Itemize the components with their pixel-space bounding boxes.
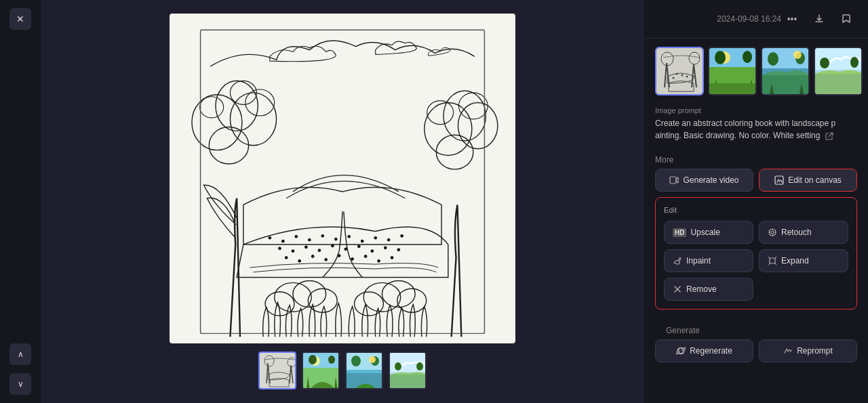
svg-point-16 [295, 235, 298, 238]
svg-point-35 [285, 256, 288, 259]
coloring-book-image [170, 14, 515, 343]
generate-row: Regenerate Reprompt [655, 339, 857, 362]
svg-point-59 [309, 355, 317, 364]
svg-point-82 [715, 51, 726, 64]
svg-point-27 [304, 246, 307, 249]
svg-point-20 [348, 235, 351, 238]
video-icon [669, 175, 679, 185]
svg-point-94 [820, 58, 829, 68]
svg-point-95 [850, 57, 859, 68]
svg-point-90 [793, 51, 802, 59]
svg-point-19 [334, 238, 337, 240]
remove-label: Remove [686, 284, 717, 294]
next-button[interactable]: ∨ [9, 373, 31, 395]
svg-point-83 [743, 51, 752, 63]
download-button[interactable] [808, 8, 830, 30]
svg-rect-84 [709, 83, 757, 96]
remove-icon [673, 284, 682, 294]
retouch-label: Retouch [781, 228, 812, 237]
svg-point-14 [269, 236, 271, 239]
prompt-text: Create an abstract coloring book with la… [655, 117, 857, 142]
edit-section-label: Edit [664, 206, 848, 214]
inpaint-button[interactable]: Inpaint [664, 249, 753, 272]
svg-point-88 [768, 52, 778, 66]
timestamp-label: 2024-09-08 16:24 [655, 14, 781, 24]
panel-thumb-3[interactable] [761, 47, 810, 96]
inpaint-icon [673, 256, 682, 266]
canvas-container [170, 14, 515, 343]
remove-button[interactable]: Remove [664, 278, 753, 301]
panel-thumbnail-strip [644, 39, 868, 104]
expand-icon [768, 256, 777, 266]
svg-point-40 [351, 257, 354, 260]
svg-point-26 [292, 250, 294, 253]
svg-point-17 [308, 238, 311, 241]
bottom-thumb-1[interactable] [258, 352, 296, 389]
reprompt-icon [783, 346, 793, 356]
image-prompt-section: Image prompt Create an abstract coloring… [644, 104, 868, 150]
edit-on-canvas-button[interactable]: Edit on canvas [759, 169, 857, 192]
svg-point-36 [298, 259, 301, 262]
more-options-button[interactable]: ••• [781, 8, 803, 30]
svg-rect-69 [390, 375, 427, 389]
svg-point-21 [361, 240, 363, 242]
bottom-thumb-4[interactable] [389, 352, 427, 389]
svg-point-29 [331, 245, 334, 247]
prompt-link-icon [825, 131, 833, 140]
svg-point-77 [673, 77, 675, 79]
svg-point-32 [371, 250, 374, 253]
upscale-button[interactable]: HD Upscale [664, 221, 753, 244]
svg-point-31 [357, 245, 360, 248]
svg-point-23 [387, 238, 390, 241]
svg-point-15 [281, 240, 284, 242]
left-sidebar: ✕ ∧ ∨ [0, 0, 41, 403]
edit-on-canvas-label: Edit on canvas [788, 175, 842, 185]
expand-button[interactable]: Expand [759, 249, 848, 272]
svg-point-60 [328, 356, 335, 364]
svg-point-24 [401, 234, 403, 237]
svg-point-70 [395, 362, 401, 370]
svg-point-30 [344, 248, 347, 251]
bottom-thumbnail-strip [258, 352, 427, 389]
svg-rect-0 [178, 14, 508, 343]
svg-point-64 [351, 356, 361, 366]
svg-point-25 [279, 247, 281, 250]
svg-point-28 [318, 249, 321, 252]
panel-thumb-1[interactable] [655, 47, 704, 96]
svg-point-78 [686, 76, 688, 78]
svg-rect-72 [656, 48, 704, 96]
svg-point-75 [676, 73, 678, 75]
bottom-thumb-2[interactable] [302, 352, 340, 389]
svg-rect-96 [670, 177, 676, 184]
svg-point-37 [311, 255, 314, 257]
svg-point-43 [391, 256, 393, 259]
reprompt-label: Reprompt [797, 346, 833, 356]
regenerate-button[interactable]: Regenerate [655, 339, 753, 362]
generate-video-label: Generate video [683, 175, 738, 185]
svg-point-42 [378, 259, 380, 262]
generate-video-button[interactable]: Generate video [655, 169, 753, 192]
generate-section-label: Generate [655, 320, 857, 339]
svg-point-22 [374, 236, 377, 239]
edit-grid: HD Upscale Retouch Inpaint [664, 221, 848, 301]
bookmark-button[interactable] [835, 8, 857, 30]
bottom-thumb-3[interactable] [345, 352, 383, 389]
reprompt-button[interactable]: Reprompt [759, 339, 857, 362]
svg-point-34 [397, 249, 400, 251]
svg-point-71 [416, 362, 423, 370]
generate-section: Generate Regenerate Reprompt [644, 318, 868, 370]
prompt-label: Image prompt [655, 106, 857, 114]
retouch-icon [768, 228, 777, 237]
retouch-button[interactable]: Retouch [759, 221, 848, 244]
close-button[interactable]: ✕ [9, 8, 31, 30]
prev-button[interactable]: ∧ [9, 343, 31, 365]
right-panel: 2024-09-08 16:24 ••• [644, 0, 868, 403]
svg-point-66 [369, 356, 376, 363]
panel-thumb-2[interactable] [708, 47, 757, 96]
svg-point-18 [321, 234, 324, 237]
prompt-text-content: Create an abstract coloring book with la… [655, 119, 835, 140]
panel-header: 2024-09-08 16:24 ••• [644, 0, 868, 39]
panel-thumb-4[interactable] [814, 47, 863, 96]
header-actions: ••• [781, 8, 857, 30]
upscale-label: Upscale [690, 228, 719, 237]
